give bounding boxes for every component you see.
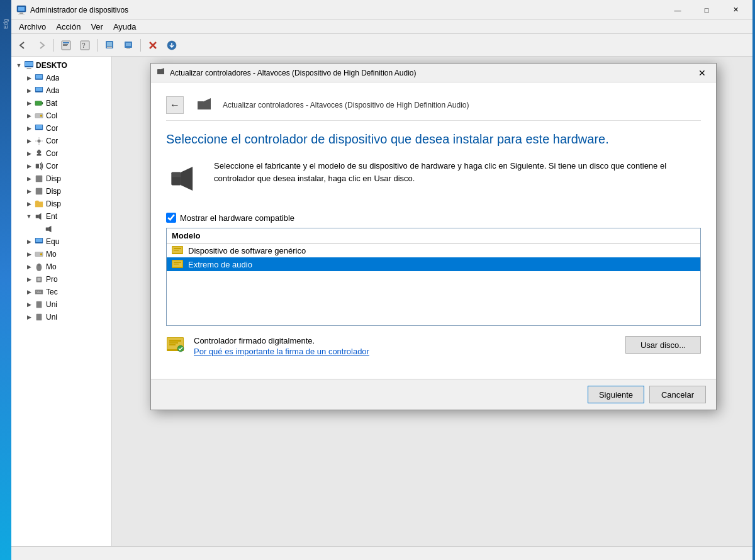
expand-icon: ▶ xyxy=(24,123,34,133)
monitor-icon2 xyxy=(34,86,44,96)
toolbar-forward[interactable] xyxy=(33,36,50,54)
keyboard-icon xyxy=(34,287,44,297)
toolbar-update[interactable] xyxy=(101,36,118,54)
plug-icon xyxy=(34,148,44,159)
toolbar-download[interactable] xyxy=(163,36,181,54)
item-label: Bat xyxy=(46,99,57,108)
svg-rect-41 xyxy=(36,215,38,218)
edge-label: Edg xyxy=(3,19,9,29)
tree-item-ada2[interactable]: ▶ Ada xyxy=(11,84,111,97)
svg-rect-7 xyxy=(63,45,67,46)
speaker-icon xyxy=(34,211,44,221)
signed-link[interactable]: Por qué es importante la firma de un con… xyxy=(194,347,369,356)
battery-icon xyxy=(34,98,44,108)
svg-point-46 xyxy=(40,253,43,255)
tree-item-ada1[interactable]: ▶ Ada xyxy=(11,72,111,84)
expand-icon: ▶ xyxy=(24,274,34,284)
item-label: Disp xyxy=(46,187,61,196)
svg-rect-55 xyxy=(37,292,42,293)
checkbox-label[interactable]: Mostrar el hardware compatible xyxy=(180,213,294,223)
tree-item-disp2[interactable]: ▶ Disp xyxy=(11,185,111,198)
item-label: Uni xyxy=(46,300,57,309)
close-button[interactable]: ✕ xyxy=(721,0,750,20)
gear-icon xyxy=(34,136,44,146)
tree-item-uni1[interactable]: ▶ Uni xyxy=(11,298,111,311)
svg-rect-26 xyxy=(36,87,43,91)
dialog-close-button[interactable]: ✕ xyxy=(693,65,711,81)
svg-text:?: ? xyxy=(82,42,86,49)
svg-rect-22 xyxy=(26,69,32,69)
menu-ver[interactable]: Ver xyxy=(86,21,108,33)
dialog-header-icon xyxy=(195,95,215,115)
hardware-compat-checkbox[interactable] xyxy=(166,213,176,223)
tree-item-col[interactable]: ▶ Col xyxy=(11,109,111,122)
model-item-1[interactable]: Extremo de audio xyxy=(167,257,700,271)
signed-text: Controlador firmado digitalmente. xyxy=(194,336,618,345)
cancel-button[interactable]: Cancelar xyxy=(649,386,706,403)
right-strip xyxy=(752,0,755,560)
usb-icon xyxy=(34,300,44,310)
tree-item-bat[interactable]: ▶ Bat xyxy=(11,97,111,109)
speaker-icon2 xyxy=(44,224,54,234)
update-driver-dialog: Actualizar controladores - Altavoces (Di… xyxy=(150,63,717,410)
title-bar-text: Administrador de dispositivos xyxy=(30,6,663,14)
tree-item-disp1[interactable]: ▶ Disp xyxy=(11,172,111,185)
tree-root[interactable]: ▼ DESKTO xyxy=(11,59,111,72)
svg-rect-69 xyxy=(174,264,179,265)
expand-icon: ▶ xyxy=(24,111,34,121)
item-label: Equ xyxy=(46,237,59,246)
tree-item-ent[interactable]: ▼ Ent xyxy=(11,210,111,223)
item-label: Pro xyxy=(46,275,58,284)
monitor-icon4 xyxy=(34,237,44,247)
next-button[interactable]: Siguiente xyxy=(588,386,644,403)
item-label: Ada xyxy=(46,86,59,95)
tree-item-cor1[interactable]: ▶ Cor xyxy=(11,122,111,135)
item-label: Ada xyxy=(46,74,59,82)
maximize-button[interactable]: □ xyxy=(692,0,721,20)
signed-icon xyxy=(166,336,186,354)
dialog-overlay: Actualizar controladores - Altavoces (Di… xyxy=(112,57,755,546)
tree-item-disp3[interactable]: ▶ Disp xyxy=(11,198,111,210)
toolbar-properties[interactable] xyxy=(57,36,75,54)
item-label: Disp xyxy=(46,174,61,183)
toolbar-back[interactable] xyxy=(14,36,31,54)
tree-item-pro[interactable]: ▶ Pro xyxy=(11,273,111,286)
toolbar-uninstall[interactable] xyxy=(144,36,162,54)
model-item-0[interactable]: Dispositivo de software genérico xyxy=(167,244,700,257)
svg-rect-6 xyxy=(63,44,68,45)
tree-item-ent-child[interactable]: ▶ xyxy=(11,223,111,235)
svg-rect-53 xyxy=(38,291,39,291)
svg-rect-64 xyxy=(174,248,181,249)
tree-item-mo1[interactable]: ▶ Mo xyxy=(11,248,111,260)
tree-item-tec[interactable]: ▶ Tec xyxy=(11,286,111,298)
monitor-icon3 xyxy=(34,123,44,133)
device-icon1 xyxy=(34,174,44,184)
model-list: Dispositivo de software genérico xyxy=(167,244,700,325)
svg-rect-56 xyxy=(36,301,42,308)
model-icon-0 xyxy=(172,245,184,255)
tree-item-cor3[interactable]: ▶ Cor xyxy=(11,147,111,160)
menu-accion[interactable]: Acción xyxy=(51,21,86,33)
use-disk-button[interactable]: Usar disco... xyxy=(625,336,701,354)
dialog-main-heading: Seleccione el controlador de dispositivo… xyxy=(166,131,701,147)
item-label: Ent xyxy=(46,212,57,221)
tree-item-equ[interactable]: ▶ Equ xyxy=(11,235,111,248)
svg-rect-24 xyxy=(36,75,43,79)
dialog-back-button[interactable]: ← xyxy=(166,96,184,114)
toolbar-scan[interactable]: ? xyxy=(76,36,94,54)
tree-item-cor4[interactable]: ▶ Cor xyxy=(11,160,111,172)
tree-item-cor2[interactable]: ▶ Cor xyxy=(11,135,111,147)
menu-archivo[interactable]: Archivo xyxy=(14,21,51,33)
dialog-title-icon xyxy=(156,67,166,79)
tree-item-mo2[interactable]: ▶ Mo xyxy=(11,260,111,273)
dialog-description-text: Seleccione el fabricante y el modelo de … xyxy=(214,160,701,198)
device-icon2 xyxy=(34,186,44,196)
tree-item-uni2[interactable]: ▶ Uni xyxy=(11,311,111,323)
menu-ayuda[interactable]: Ayuda xyxy=(108,21,142,33)
model-list-header: Modelo xyxy=(167,228,700,244)
item-label: Cor xyxy=(46,137,58,145)
expand-icon: ▶ xyxy=(24,300,34,310)
minimize-button[interactable]: — xyxy=(663,0,692,20)
toolbar-device[interactable] xyxy=(120,36,137,54)
root-label: DESKTO xyxy=(36,61,67,70)
